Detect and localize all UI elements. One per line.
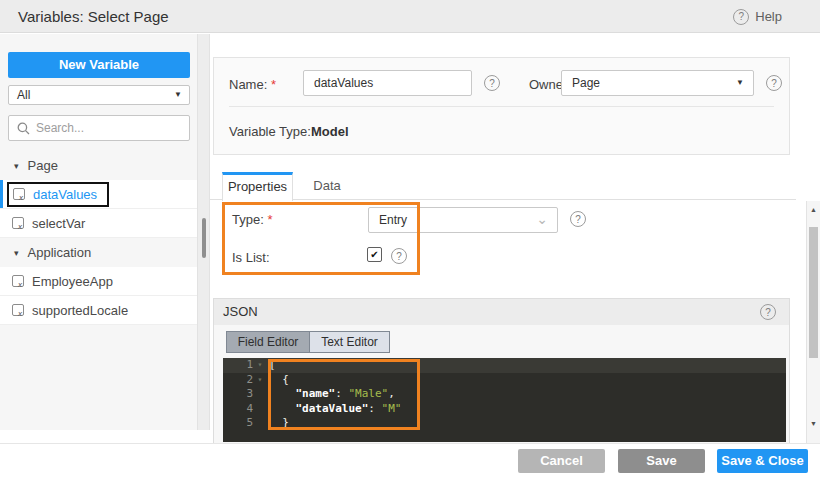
tree-group-page[interactable]: ▾ Page [0,151,197,180]
json-help-icon[interactable]: ? [760,304,776,320]
name-input[interactable] [303,70,472,96]
is-list-help-icon[interactable]: ? [391,248,407,264]
sidebar-scrollbar-thumb[interactable] [202,218,206,258]
type-help-icon[interactable]: ? [570,211,586,227]
tab-data[interactable]: Data [298,172,356,200]
chevron-down-icon: ⌄ [536,208,548,230]
variable-icon: x [13,188,25,200]
code-line: 2▾ { [223,373,786,388]
variable-icon: x [12,217,24,229]
variable-detail-panel: Name: * ? Owner: * Page ▼ ? Variable Typ… [210,34,796,443]
sidebar-scrollbar[interactable] [197,34,210,430]
fold-arrow-icon[interactable]: ▾ [253,358,267,373]
checkmark-icon: ✔ [370,249,378,260]
code-line: 5 } [223,416,786,431]
save-button[interactable]: Save [618,449,705,473]
cancel-button[interactable]: Cancel [518,449,605,473]
is-list-label: Is List: [232,250,270,265]
main-scrollbar[interactable]: ▲ ▼ [806,201,820,443]
search-input[interactable] [36,121,181,135]
detail-tab-bar: Properties Data [210,172,796,200]
code-line: 4 "dataValue": "M" [223,402,786,417]
json-panel-header: JSON ? [214,299,789,325]
dropdown-arrow-icon: ▼ [736,71,744,95]
variables-sidebar: New Variable All ▼ ▾ Page x dataValues x… [0,34,197,430]
tree-group-application[interactable]: ▾ Application [0,238,197,267]
owner-help-icon[interactable]: ? [766,75,782,91]
type-selected-value: Entry [379,213,407,227]
json-panel-title: JSON [223,299,258,325]
variable-icon: x [12,304,24,316]
owner-select[interactable]: Page ▼ [561,70,754,96]
panel-divider [229,106,774,107]
text-editor-button[interactable]: Text Editor [310,332,389,352]
variable-summary-panel: Name: * ? Owner: * Page ▼ ? Variable Typ… [213,57,790,155]
dialog-footer: Cancel Save Save & Close [0,443,820,488]
variable-type-value: Model [311,124,349,139]
scroll-up-arrow-icon[interactable]: ▲ [807,206,820,213]
selected-item-outline: x dataValues [7,182,109,207]
variable-type-label: Variable Type: [229,124,311,139]
editor-mode-toggle: Field Editor Text Editor [226,331,390,353]
dialog-titlebar: Variables: Select Page ? Help [0,0,820,33]
variables-tree: ▾ Page x dataValues x selectVar ▾ Applic… [0,151,197,325]
name-help-icon[interactable]: ? [484,75,500,91]
required-marker: * [267,212,272,227]
type-select[interactable]: Entry ⌄ [368,207,558,233]
name-label: Name: * [229,77,276,92]
code-line: 3 "name": "Male", [223,387,786,402]
collapse-arrow-icon: ▾ [14,161,19,171]
variable-filter-select[interactable]: All ▼ [8,85,190,105]
variable-icon: x [12,275,24,287]
code-line: 1▾ [ [223,358,786,373]
search-icon [17,122,30,135]
help-label: Help [755,9,782,24]
tab-properties[interactable]: Properties [222,172,293,201]
scroll-down-arrow-icon[interactable]: ▼ [807,420,820,427]
dropdown-arrow-icon: ▼ [174,86,182,104]
tree-item-datavalues[interactable]: x dataValues [0,180,197,209]
help-button[interactable]: ? Help [733,0,782,33]
json-code-editor[interactable]: 1▾ [ 2▾ { 3 "name": "Male", 4 "dataValue… [223,358,786,442]
new-variable-button[interactable]: New Variable [8,52,190,78]
is-list-checkbox[interactable]: ✔ [367,247,382,262]
main-scrollbar-thumb[interactable] [809,227,818,358]
type-label: Type: * [232,212,272,227]
owner-selected-value: Page [572,76,600,90]
variables-dialog: Variables: Select Page ? Help New Variab… [0,0,820,488]
json-panel: JSON ? Field Editor Text Editor 1▾ [ 2▾ … [213,298,790,443]
required-marker: * [271,77,276,92]
tree-item-employeeapp[interactable]: x EmployeeApp [0,267,197,296]
tree-item-supportedlocale[interactable]: x supportedLocale [0,296,197,325]
fold-arrow-icon[interactable]: ▾ [253,373,267,388]
variable-search-box[interactable] [8,115,190,141]
collapse-arrow-icon: ▾ [14,248,19,258]
field-editor-button[interactable]: Field Editor [227,332,310,352]
help-icon: ? [733,9,749,25]
save-and-close-button[interactable]: Save & Close [717,449,808,473]
tree-item-selectvar[interactable]: x selectVar [0,209,197,238]
filter-selected-value: All [17,88,30,102]
page-title: Variables: Select Page [18,0,169,33]
